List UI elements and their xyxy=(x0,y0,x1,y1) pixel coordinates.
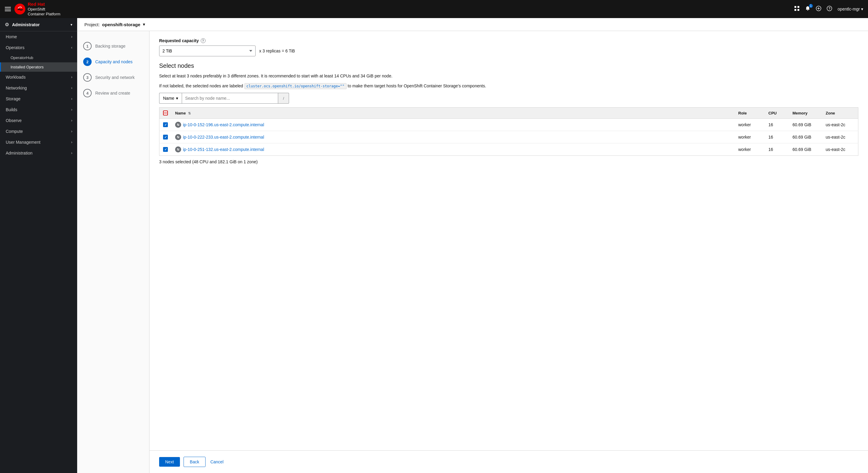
sidebar-user-management-chevron-icon: › xyxy=(71,140,72,144)
logo-line2: OpenShift xyxy=(28,7,60,12)
select-nodes-section: Select nodes Select at least 3 nodes pre… xyxy=(159,62,858,164)
sidebar-item-administration[interactable]: Administration › xyxy=(0,148,77,158)
sidebar-operators-chevron-icon: ‹ xyxy=(71,45,72,50)
sidebar-installed-operators-label: Installed Operators xyxy=(10,65,44,69)
capacity-select[interactable]: 2 TiB 4 TiB 8 TiB xyxy=(159,45,255,56)
wizard-step-2[interactable]: 2 Capacity and nodes xyxy=(77,54,149,70)
sidebar-item-operators[interactable]: Operators ‹ xyxy=(0,42,77,53)
node-role-2: worker xyxy=(735,144,765,156)
sidebar-item-networking[interactable]: Networking › xyxy=(0,83,77,93)
step-3-number: 3 xyxy=(83,73,92,82)
sidebar-storage-chevron-icon: › xyxy=(71,97,72,101)
capacity-help-icon[interactable]: ? xyxy=(201,38,206,43)
step-2-number: 2 xyxy=(83,58,92,66)
project-name: openshift-storage xyxy=(102,22,141,27)
node-name-0: ip-10-0-152-196.us-east-2.compute.intern… xyxy=(183,122,264,127)
notification-bell-icon[interactable]: 1 xyxy=(805,6,810,13)
node-role-0: worker xyxy=(735,119,765,131)
admin-selector[interactable]: ⚙ Administrator ▾ xyxy=(0,18,77,31)
grid-icon[interactable] xyxy=(794,6,800,13)
node-link-0[interactable]: N ip-10-0-152-196.us-east-2.compute.inte… xyxy=(175,122,731,128)
col-header-memory: Memory xyxy=(789,107,822,119)
sidebar-observe-label: Observe xyxy=(6,118,71,123)
cancel-button[interactable]: Cancel xyxy=(209,457,225,467)
admin-label: Administrator xyxy=(12,22,70,27)
sidebar-compute-label: Compute xyxy=(6,129,71,134)
wizard-step-1[interactable]: 1 Backing storage xyxy=(77,38,149,54)
sidebar-item-operatorhub[interactable]: OperatorHub xyxy=(0,53,77,62)
sidebar-administration-label: Administration xyxy=(6,151,71,155)
wizard-steps: 1 Backing storage 2 Capacity and nodes 3… xyxy=(77,31,150,473)
table-row: ✓ N ip-10-0-152-196.us-east-2.compute.in… xyxy=(159,119,858,131)
requested-capacity-section: Requested capacity ? 2 TiB 4 TiB 8 TiB x… xyxy=(159,38,858,56)
wizard: 1 Backing storage 2 Capacity and nodes 3… xyxy=(77,31,868,473)
name-sort-icon[interactable]: ⇅ xyxy=(188,112,191,115)
svg-rect-2 xyxy=(798,6,799,8)
row-checkbox-1[interactable]: ✓ xyxy=(163,135,168,139)
sidebar-home-label: Home xyxy=(6,34,71,39)
search-input[interactable] xyxy=(182,93,278,104)
wizard-step-4[interactable]: 4 Review and create xyxy=(77,85,149,101)
select-all-checkbox[interactable] xyxy=(163,111,168,116)
sidebar-operatorhub-label: OperatorHub xyxy=(10,56,33,60)
replicas-text: x 3 replicas = 6 TiB xyxy=(259,49,295,53)
sidebar-builds-chevron-icon: › xyxy=(71,107,72,112)
sidebar-item-builds[interactable]: Builds › xyxy=(0,104,77,115)
row-checkbox-2[interactable]: ✓ xyxy=(163,147,168,152)
sidebar-item-user-management[interactable]: User Management › xyxy=(0,137,77,148)
sidebar-item-home[interactable]: Home › xyxy=(0,31,77,42)
step-4-label: Review and create xyxy=(95,91,130,95)
info-text-2: If not labeled, the selected nodes are l… xyxy=(159,83,858,89)
wizard-step-3[interactable]: 3 Security and network xyxy=(77,70,149,85)
redhat-logo-icon xyxy=(14,4,25,14)
project-selector[interactable]: Project: openshift-storage ▾ xyxy=(84,22,145,27)
main-layout: ⚙ Administrator ▾ Home › Operators ‹ Ope… xyxy=(0,18,868,473)
svg-rect-1 xyxy=(795,6,796,8)
next-button[interactable]: Next xyxy=(159,457,180,467)
back-button[interactable]: Back xyxy=(184,457,206,467)
node-memory-2: 60.69 GiB xyxy=(789,144,822,156)
sidebar-item-installed-operators[interactable]: Installed Operators xyxy=(0,62,77,72)
nodes-table: Name ⇅ Role CPU Memory Zone xyxy=(159,107,858,156)
node-zone-0: us-east-2c xyxy=(822,119,858,131)
admin-chevron-icon: ▾ xyxy=(70,23,72,27)
help-icon[interactable]: ? xyxy=(827,6,832,13)
node-cpu-1: 16 xyxy=(765,131,789,144)
logo-line1: Red Hat xyxy=(28,1,60,7)
logo-line3: Container Platform xyxy=(28,12,60,17)
sidebar-observe-chevron-icon: › xyxy=(71,118,72,123)
step-4-number: 4 xyxy=(83,89,92,97)
notification-count: 1 xyxy=(809,4,813,8)
capacity-label: Requested capacity ? xyxy=(159,38,858,43)
username: opentlc-mgr xyxy=(838,7,860,11)
sidebar-item-compute[interactable]: Compute › xyxy=(0,126,77,137)
node-name-1: ip-10-0-222-233.us-east-2.compute.intern… xyxy=(183,135,264,139)
node-link-2[interactable]: N ip-10-0-251-132.us-east-2.compute.inte… xyxy=(175,147,731,152)
node-cpu-2: 16 xyxy=(765,144,789,156)
node-memory-0: 60.69 GiB xyxy=(789,119,822,131)
add-icon[interactable] xyxy=(816,6,821,13)
col-header-checkbox xyxy=(159,107,172,119)
search-filter-button[interactable]: Name ▾ xyxy=(159,93,182,104)
sidebar: ⚙ Administrator ▾ Home › Operators ‹ Ope… xyxy=(0,18,77,473)
info-text-2-after: to make them target hosts for OpenShift … xyxy=(348,84,486,88)
sidebar-item-workloads[interactable]: Workloads › xyxy=(0,72,77,83)
select-nodes-title: Select nodes xyxy=(159,62,858,69)
row-checkbox-0[interactable]: ✓ xyxy=(163,122,168,127)
col-header-name[interactable]: Name ⇅ xyxy=(172,107,735,119)
sidebar-item-observe[interactable]: Observe › xyxy=(0,115,77,126)
search-bar: Name ▾ / xyxy=(159,93,858,104)
sidebar-compute-chevron-icon: › xyxy=(71,129,72,133)
user-menu[interactable]: opentlc-mgr ▾ xyxy=(838,7,863,11)
svg-rect-4 xyxy=(798,9,799,11)
search-filter-chevron-icon: ▾ xyxy=(176,96,178,101)
col-header-zone: Zone xyxy=(822,107,858,119)
node-role-1: worker xyxy=(735,131,765,144)
hamburger-menu[interactable] xyxy=(5,7,11,11)
sidebar-item-storage[interactable]: Storage › xyxy=(0,93,77,104)
sidebar-networking-chevron-icon: › xyxy=(71,86,72,90)
sidebar-workloads-chevron-icon: › xyxy=(71,75,72,79)
node-icon-2: N xyxy=(175,147,181,152)
project-bar: Project: openshift-storage ▾ xyxy=(77,18,868,31)
node-link-1[interactable]: N ip-10-0-222-233.us-east-2.compute.inte… xyxy=(175,134,731,140)
